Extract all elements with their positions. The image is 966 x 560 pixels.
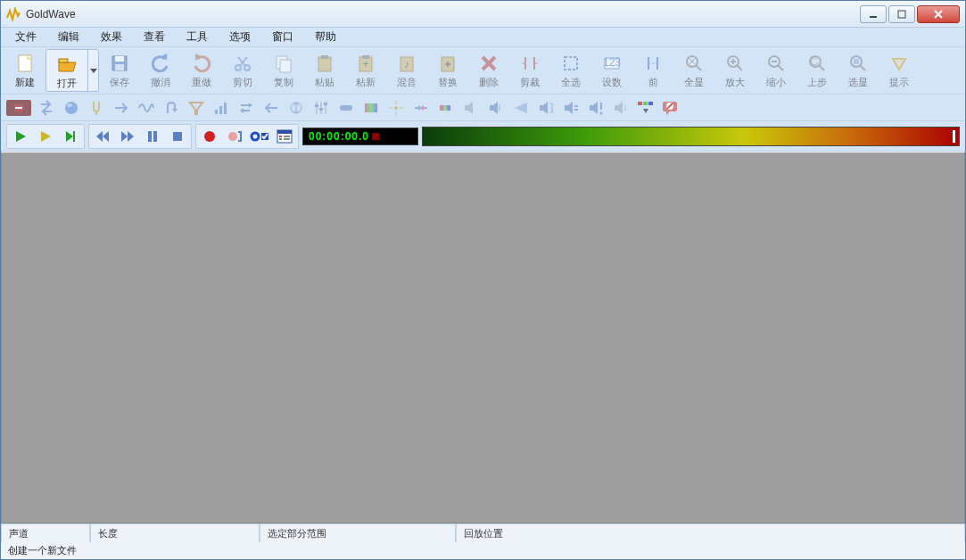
maximize-button[interactable] — [888, 5, 915, 23]
speaker-left-icon[interactable] — [486, 98, 506, 118]
funnel-icon[interactable] — [186, 98, 206, 118]
chat-no-icon[interactable] — [661, 98, 681, 118]
arrow-right-icon[interactable] — [111, 98, 131, 118]
prev-label: 前 — [648, 76, 658, 89]
swap-horiz-icon[interactable] — [236, 98, 256, 118]
redo-button[interactable]: 重做 — [181, 49, 222, 92]
zoom-out-button[interactable]: 缩小 — [755, 49, 797, 92]
zoom-in-button[interactable]: 放大 — [714, 49, 755, 92]
save-button[interactable]: 保存 — [99, 49, 140, 92]
svg-marker-109 — [103, 131, 109, 142]
loop-check-button[interactable] — [248, 127, 271, 146]
tuning-fork-icon[interactable] — [87, 98, 106, 118]
svg-marker-85 — [490, 102, 498, 114]
svg-marker-53 — [893, 59, 905, 70]
rainbow-bar-icon[interactable] — [436, 98, 456, 118]
set-button[interactable]: 123 设数 — [591, 49, 632, 92]
wave-icon[interactable] — [136, 98, 156, 118]
svg-marker-80 — [420, 105, 424, 111]
sphere-icon[interactable] — [62, 98, 81, 118]
svg-rect-97 — [643, 102, 648, 105]
paste-button[interactable]: 粘贴 — [304, 49, 345, 92]
menu-window[interactable]: 窗口 — [263, 28, 302, 46]
speaker-wave-icon[interactable] — [611, 98, 631, 118]
svg-marker-106 — [66, 131, 73, 142]
level-meter — [422, 127, 960, 146]
new-button[interactable]: 新建 — [4, 49, 45, 92]
mix-button[interactable]: ♪ 混音 — [386, 49, 427, 92]
rewind-button[interactable] — [91, 127, 114, 146]
speaker-off-icon[interactable] — [461, 98, 481, 118]
close-button[interactable] — [917, 5, 960, 23]
no-entry-icon[interactable] — [6, 100, 31, 116]
svg-rect-83 — [447, 105, 450, 111]
menu-help[interactable]: 帮助 — [306, 28, 345, 46]
svg-rect-113 — [153, 131, 157, 142]
speaker-equal-icon[interactable] — [561, 98, 581, 118]
timer-text: 00:00:00.0 — [309, 130, 369, 143]
paste-new-button[interactable]: + 粘新 — [345, 49, 386, 92]
stop-button[interactable] — [166, 127, 189, 146]
select-all-button[interactable]: 全选 — [550, 49, 591, 92]
menu-edit[interactable]: 编辑 — [49, 28, 88, 46]
open-button-group: 打开 — [45, 49, 99, 92]
view-all-button[interactable]: 全显 — [673, 49, 714, 92]
properties-button[interactable] — [273, 127, 296, 146]
expand-vert-icon[interactable] — [286, 98, 306, 118]
svg-rect-114 — [173, 132, 182, 141]
svg-text:+: + — [362, 58, 368, 70]
trim-button[interactable]: 剪裁 — [509, 49, 550, 92]
speaker-excl-icon[interactable] — [586, 98, 606, 118]
speaker-bracket-icon[interactable] — [536, 98, 556, 118]
svg-marker-89 — [565, 102, 573, 114]
copy-button[interactable]: 复制 — [263, 49, 304, 92]
save-icon — [109, 53, 130, 74]
svg-rect-19 — [318, 57, 331, 71]
svg-rect-72 — [340, 105, 352, 111]
sliders-icon[interactable] — [311, 98, 331, 118]
speaker-fade-icon[interactable] — [511, 98, 531, 118]
pause-button[interactable] — [141, 127, 164, 146]
pill-icon[interactable] — [336, 98, 356, 118]
redo-icon — [191, 53, 212, 74]
menu-view[interactable]: 查看 — [135, 28, 174, 46]
minimize-button[interactable] — [860, 5, 887, 23]
record-button[interactable] — [198, 127, 221, 146]
compress-horiz-icon[interactable] — [411, 98, 431, 118]
step-back-button[interactable]: 上步 — [797, 49, 838, 92]
undo-button[interactable]: 撤消 — [140, 49, 181, 92]
forward-button[interactable] — [116, 127, 139, 146]
transport-bar: 00:00:00.0 — [1, 121, 965, 152]
window-controls — [858, 5, 960, 23]
hint-button[interactable]: 提示 — [879, 49, 920, 92]
play-green-button[interactable] — [9, 127, 32, 146]
arrow-left-icon[interactable] — [261, 98, 281, 118]
u-turn-icon[interactable] — [161, 98, 181, 118]
chart-icon[interactable] — [211, 98, 231, 118]
svg-rect-60 — [215, 110, 218, 114]
burst-icon[interactable] — [386, 98, 406, 118]
select-view-button[interactable]: 选显 — [838, 49, 879, 92]
prev-button[interactable]: 前 — [632, 49, 673, 92]
menu-tool[interactable]: 工具 — [178, 28, 217, 46]
open-button[interactable]: 打开 — [46, 50, 87, 93]
cut-button[interactable]: 剪切 — [222, 49, 263, 92]
svg-text:123: 123 — [603, 56, 621, 69]
copy-label: 复制 — [274, 76, 293, 89]
play-yellow-button[interactable] — [34, 127, 57, 146]
menu-file[interactable]: 文件 — [6, 28, 45, 46]
svg-text:♪: ♪ — [404, 58, 409, 70]
open-dropdown[interactable] — [87, 50, 98, 91]
status-hint: 创建一个新文件 — [1, 542, 965, 559]
color-menu-icon[interactable] — [636, 98, 656, 118]
delete-button[interactable]: 删除 — [468, 49, 509, 92]
menu-effect[interactable]: 效果 — [92, 28, 131, 46]
spectrum-icon[interactable] — [361, 98, 381, 118]
replace-button[interactable]: 替换 — [427, 49, 468, 92]
record-marker-button[interactable] — [223, 127, 246, 146]
effects-toolbar — [1, 95, 965, 121]
menu-option[interactable]: 选项 — [220, 28, 260, 46]
play-end-button[interactable] — [59, 127, 82, 146]
svg-rect-4 — [19, 55, 31, 71]
swap-arrows-icon[interactable] — [37, 98, 56, 118]
